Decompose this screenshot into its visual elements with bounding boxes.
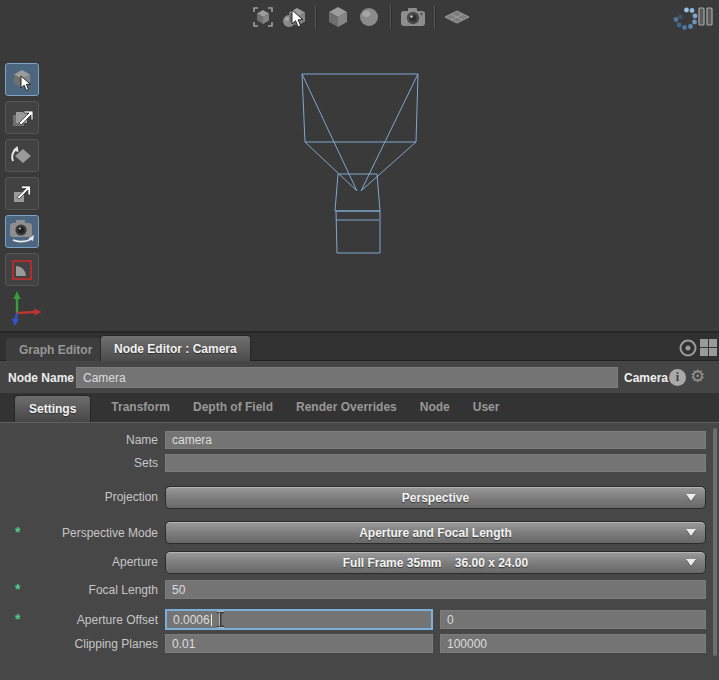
sets-input[interactable]: [165, 454, 706, 472]
tab-node-editor-camera[interactable]: Node Editor : Camera: [100, 335, 251, 361]
form-scrollbar[interactable]: [713, 428, 717, 656]
axis-x-arrow: [17, 309, 42, 316]
camera-orbit-tool-button[interactable]: [5, 215, 39, 248]
target-icon[interactable]: [678, 338, 698, 358]
perspective-mode-value: Aperture and Focal Length: [359, 526, 512, 540]
toolbar-separator: [315, 5, 317, 29]
sphere-icon[interactable]: [356, 4, 382, 30]
toolbar-separator: [434, 5, 436, 29]
info-icon[interactable]: i: [669, 369, 686, 386]
perspective-mode-label: Perspective Mode: [0, 526, 158, 540]
camera-icon[interactable]: [400, 4, 426, 30]
translate-tool-button[interactable]: [5, 101, 39, 134]
3d-viewport[interactable]: [0, 0, 719, 331]
tab-user[interactable]: User: [470, 392, 503, 422]
tab-graph-editor[interactable]: Graph Editor: [6, 338, 105, 361]
tool-sidebar: [5, 63, 39, 286]
scale-tool-button[interactable]: [5, 177, 39, 210]
tab-depth-of-field[interactable]: Depth of Field: [190, 392, 276, 422]
toolbar-separator: [390, 5, 392, 29]
bbox-cube-icon[interactable]: [250, 4, 276, 30]
projection-label: Projection: [0, 490, 158, 504]
sets-label: Sets: [0, 456, 158, 470]
pause-button[interactable]: [697, 6, 715, 28]
viewport-toolbar: [250, 3, 470, 31]
axis-gizmo: [6, 287, 52, 331]
aperture-offset-y-input[interactable]: 0: [440, 610, 706, 629]
clipping-far-input[interactable]: 100000: [440, 634, 706, 653]
aperture-offset-label: Aperture Offset: [0, 613, 158, 627]
name-input[interactable]: camera: [165, 431, 706, 449]
render-region-tool-button[interactable]: [5, 253, 39, 286]
gear-icon[interactable]: ⚙: [690, 366, 705, 387]
mouse-cursor: [291, 10, 306, 29]
cube-icon[interactable]: [325, 4, 351, 30]
name-label: Name: [0, 433, 158, 447]
tab-settings[interactable]: Settings: [14, 395, 91, 422]
settings-tab-strip: Settings Transform Depth of Field Render…: [0, 393, 719, 423]
axis-y-arrow: [14, 291, 21, 313]
node-type-label: Camera: [624, 362, 668, 393]
aperture-value: Full Frame 35mm 36.00 x 24.00: [343, 556, 528, 570]
ibeam-cursor: [215, 611, 226, 628]
ground-plane-icon[interactable]: [444, 4, 470, 30]
aperture-dropdown[interactable]: Full Frame 35mm 36.00 x 24.00: [165, 551, 706, 574]
focal-length-input[interactable]: 50: [165, 580, 706, 599]
layout-grid-icon[interactable]: [699, 338, 718, 357]
progress-spinner: [672, 4, 698, 30]
node-name-label: Node Name: [8, 362, 74, 393]
aperture-offset-x-input[interactable]: 0.0006: [165, 609, 433, 630]
projection-dropdown[interactable]: Perspective: [165, 486, 706, 509]
camera-wireframe: [0, 0, 719, 331]
aperture-offset-x-value: 0.0006: [173, 613, 210, 627]
node-name-row: Node Name Camera Camera i ⚙: [0, 362, 719, 393]
perspective-mode-dropdown[interactable]: Aperture and Focal Length: [165, 521, 706, 544]
tab-render-overrides[interactable]: Render Overrides: [293, 392, 400, 422]
chevron-down-icon: [686, 494, 696, 501]
projection-value: Perspective: [402, 491, 469, 505]
tab-node[interactable]: Node: [417, 392, 453, 422]
rotate-tool-button[interactable]: [5, 139, 39, 172]
node-editor-panel: Graph Editor Node Editor : Camera Node N…: [0, 331, 719, 680]
text-caret: [211, 614, 212, 626]
panel-tab-bar: Graph Editor Node Editor : Camera: [0, 333, 719, 361]
focal-length-label: Focal Length: [0, 583, 158, 597]
chevron-down-icon: [686, 559, 696, 566]
clipping-near-input[interactable]: 0.01: [165, 634, 433, 653]
aperture-label: Aperture: [0, 555, 158, 569]
tab-transform[interactable]: Transform: [108, 392, 173, 422]
chevron-down-icon: [686, 529, 696, 536]
axis-z-arrow: [12, 313, 19, 326]
select-tool-button[interactable]: [5, 63, 39, 96]
node-name-input[interactable]: Camera: [76, 367, 618, 388]
clipping-planes-label: Clipping Planes: [0, 637, 158, 651]
settings-form: Name camera Sets Projection Perspective …: [0, 424, 719, 680]
